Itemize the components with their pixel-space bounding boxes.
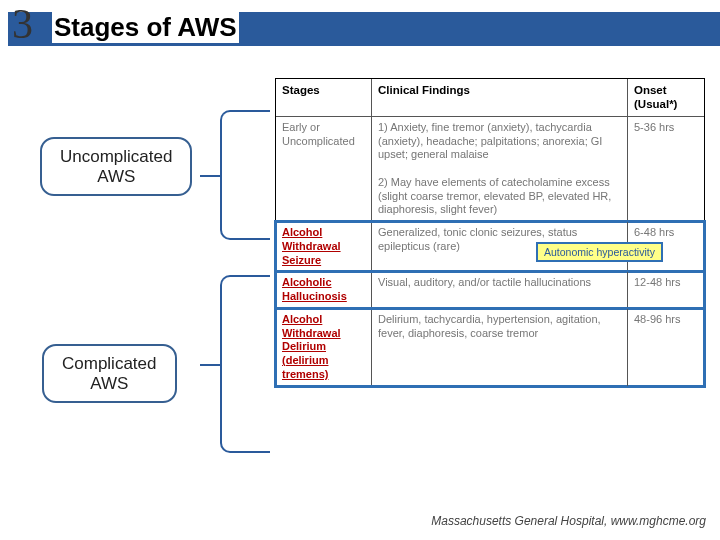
bracket-complicated [220, 275, 270, 453]
slide-number: 3 [12, 0, 33, 48]
stage-cell: Early or Uncomplicated [276, 117, 372, 221]
badge-complicated: Complicated AWS [42, 344, 177, 403]
findings-cell: Delirium, tachycardia, hypertension, agi… [372, 309, 628, 386]
onset-cell: 12-48 hrs [628, 272, 702, 308]
slide-title: Stages of AWS [52, 12, 239, 43]
col-findings: Clinical Findings [372, 79, 628, 116]
stage-cell: Alcoholic Hallucinosis [276, 272, 372, 308]
table-header-row: Stages Clinical Findings Onset (Usual*) [276, 79, 704, 116]
stage-cell: Alcohol Withdrawal Delirium (delirium tr… [276, 309, 372, 386]
findings-cell: Visual, auditory, and/or tactile halluci… [372, 272, 628, 308]
footer-citation: Massachusetts General Hospital, www.mghc… [431, 514, 706, 528]
stage-cell: Alcohol Withdrawal Seizure [276, 222, 372, 271]
table-row: Alcoholic Hallucinosis Visual, auditory,… [276, 271, 704, 308]
col-stages: Stages [276, 79, 372, 116]
badge-uncomplicated: Uncomplicated AWS [40, 137, 192, 196]
col-onset: Onset (Usual*) [628, 79, 702, 116]
table-row: Alcohol Withdrawal Delirium (delirium tr… [276, 308, 704, 386]
table-row: Early or Uncomplicated 1) Anxiety, fine … [276, 116, 704, 221]
stages-table: Stages Clinical Findings Onset (Usual*) … [275, 78, 705, 387]
onset-cell: 5-36 hrs [628, 117, 702, 221]
onset-cell: 48-96 hrs [628, 309, 702, 386]
bracket-uncomplicated [220, 110, 270, 240]
findings-cell: 1) Anxiety, fine tremor (anxiety), tachy… [372, 117, 628, 221]
callout-autonomic: Autonomic hyperactivity [536, 242, 663, 262]
